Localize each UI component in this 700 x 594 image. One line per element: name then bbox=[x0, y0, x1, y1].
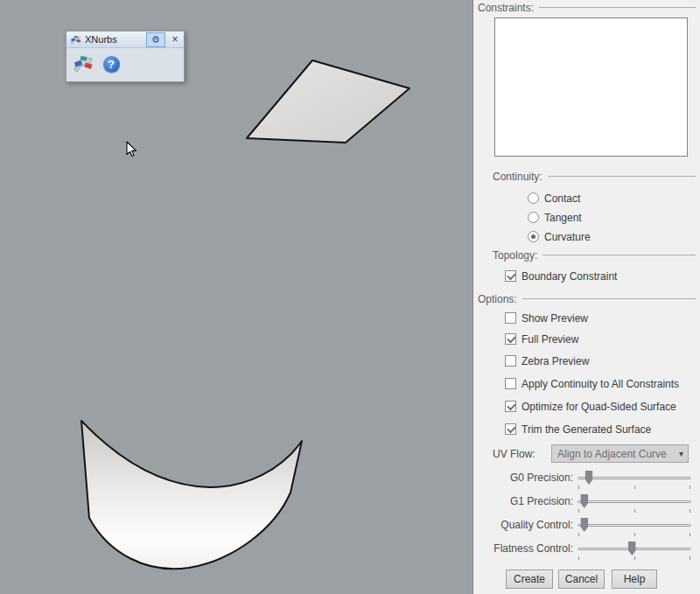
viewport-canvas[interactable] bbox=[0, 0, 472, 594]
slider-row-g0-precision: G0 Precision: bbox=[473, 469, 691, 490]
slider-ticks bbox=[578, 533, 691, 536]
slider-ticks bbox=[578, 556, 691, 560]
checkbox-label: Trim the Generated Surface bbox=[522, 423, 651, 436]
checkbox-show-preview[interactable]: Show Preview bbox=[505, 311, 588, 325]
section-divider-line bbox=[548, 176, 696, 177]
chevron-down-icon: ▾ bbox=[675, 449, 688, 458]
mouse-cursor bbox=[126, 141, 137, 157]
help-tool-button[interactable]: ? bbox=[100, 52, 122, 75]
3d-viewport[interactable]: XNurbs ⚙ × ? bbox=[0, 0, 472, 594]
xnurbs-panel: Constraints: Continuity: Contact Tangent… bbox=[472, 0, 700, 594]
flatness-control-slider[interactable] bbox=[578, 540, 691, 561]
toolbar-title: XNurbs bbox=[85, 31, 143, 47]
uv-flow-label: UV Flow: bbox=[493, 448, 536, 460]
slider-label: Flatness Control: bbox=[473, 542, 573, 555]
options-section-header: Options: bbox=[478, 293, 696, 304]
slider-label: G0 Precision: bbox=[473, 472, 573, 484]
xnurbs-toolbar[interactable]: XNurbs ⚙ × ? bbox=[66, 31, 185, 82]
radio-label: Tangent bbox=[544, 212, 582, 224]
checkbox-icon[interactable] bbox=[505, 333, 516, 345]
slider-label: Quality Control: bbox=[473, 519, 573, 531]
checkbox-label: Apply Continuity to All Constraints bbox=[522, 378, 679, 390]
checkbox-apply-continuity-all[interactable]: Apply Continuity to All Constraints bbox=[505, 377, 679, 390]
slider-track[interactable] bbox=[578, 524, 691, 527]
create-button[interactable]: Create bbox=[506, 570, 553, 589]
gear-icon[interactable]: ⚙ bbox=[146, 32, 165, 47]
radio-button-icon[interactable] bbox=[528, 212, 539, 223]
checkbox-label: Optimize for Quad-Sided Surface bbox=[522, 401, 676, 413]
checkbox-icon[interactable] bbox=[505, 270, 516, 282]
slider-track[interactable] bbox=[578, 500, 691, 503]
cancel-button[interactable]: Cancel bbox=[558, 570, 605, 589]
checkbox-full-preview[interactable]: Full Preview bbox=[505, 332, 578, 346]
help-icon: ? bbox=[103, 56, 120, 73]
checkbox-boundary-constraint[interactable]: Boundary Constraint bbox=[505, 269, 617, 283]
radio-label: Curvature bbox=[544, 231, 591, 243]
slider-row-g1-precision: G1 Precision: bbox=[473, 493, 691, 514]
checkbox-icon[interactable] bbox=[505, 378, 516, 389]
checkbox-zebra-preview[interactable]: Zebra Preview bbox=[505, 354, 589, 367]
constraints-listbox[interactable] bbox=[494, 17, 688, 157]
close-icon[interactable]: × bbox=[169, 33, 181, 46]
quality-control-slider[interactable] bbox=[578, 516, 691, 537]
xnurbs-tool-button[interactable] bbox=[72, 52, 94, 75]
uv-flow-value: Align to Adjacent Curve bbox=[557, 448, 667, 460]
checkbox-optimize-quad-sided[interactable]: Optimize for Quad-Sided Surface bbox=[505, 400, 676, 413]
g1-precision-slider[interactable] bbox=[578, 493, 691, 514]
g0-precision-slider[interactable] bbox=[578, 469, 691, 490]
slider-track[interactable] bbox=[578, 477, 691, 479]
checkbox-label: Show Preview bbox=[522, 312, 588, 325]
xnurbs-app: XNurbs ⚙ × ? bbox=[0, 0, 700, 594]
toolbar-titlebar[interactable]: XNurbs ⚙ × bbox=[66, 31, 184, 48]
topology-section-label: Topology: bbox=[493, 249, 537, 262]
help-button[interactable]: Help bbox=[612, 570, 657, 589]
radio-contact[interactable]: Contact bbox=[528, 192, 580, 205]
checkbox-icon[interactable] bbox=[505, 401, 516, 412]
checkbox-label: Full Preview bbox=[522, 333, 578, 346]
xnurbs-surface-icon bbox=[73, 53, 94, 74]
section-divider-line bbox=[539, 7, 696, 8]
checkbox-label: Zebra Preview bbox=[522, 355, 589, 367]
checkbox-trim-generated-surface[interactable]: Trim the Generated Surface bbox=[505, 423, 651, 436]
constraints-section-label: Constraints: bbox=[478, 2, 534, 14]
uv-flow-dropdown[interactable]: Align to Adjacent Curve ▾ bbox=[551, 444, 689, 463]
radio-button-icon[interactable] bbox=[528, 192, 539, 204]
radio-curvature[interactable]: Curvature bbox=[528, 230, 591, 243]
slider-thumb[interactable] bbox=[580, 518, 588, 532]
slider-thumb[interactable] bbox=[580, 494, 588, 508]
checkbox-icon[interactable] bbox=[505, 355, 516, 367]
section-divider-line bbox=[522, 298, 696, 299]
slider-ticks bbox=[578, 509, 691, 513]
toolbar-body: ? bbox=[66, 48, 184, 81]
slider-thumb[interactable] bbox=[628, 542, 636, 556]
curved-surface[interactable] bbox=[81, 421, 302, 569]
slider-row-quality-control: Quality Control: bbox=[473, 516, 691, 537]
options-section-label: Options: bbox=[478, 293, 517, 305]
slider-thumb[interactable] bbox=[585, 471, 593, 485]
slider-ticks bbox=[578, 486, 691, 489]
xnurbs-logo-icon bbox=[70, 34, 81, 45]
checkbox-label: Boundary Constraint bbox=[522, 270, 617, 283]
radio-button-icon[interactable] bbox=[528, 231, 539, 242]
slider-label: G1 Precision: bbox=[473, 495, 573, 507]
continuity-section-header: Continuity: bbox=[493, 171, 696, 182]
checkbox-icon[interactable] bbox=[505, 312, 516, 324]
flat-surface[interactable] bbox=[247, 60, 410, 143]
radio-tangent[interactable]: Tangent bbox=[528, 211, 582, 224]
checkbox-icon[interactable] bbox=[505, 423, 516, 435]
topology-section-header: Topology: bbox=[493, 249, 696, 261]
slider-row-flatness-control: Flatness Control: bbox=[473, 540, 691, 561]
radio-label: Contact bbox=[544, 192, 580, 205]
section-divider-line bbox=[542, 255, 696, 255]
continuity-section-label: Continuity: bbox=[493, 171, 542, 183]
constraints-section-header: Constraints: bbox=[478, 2, 696, 13]
